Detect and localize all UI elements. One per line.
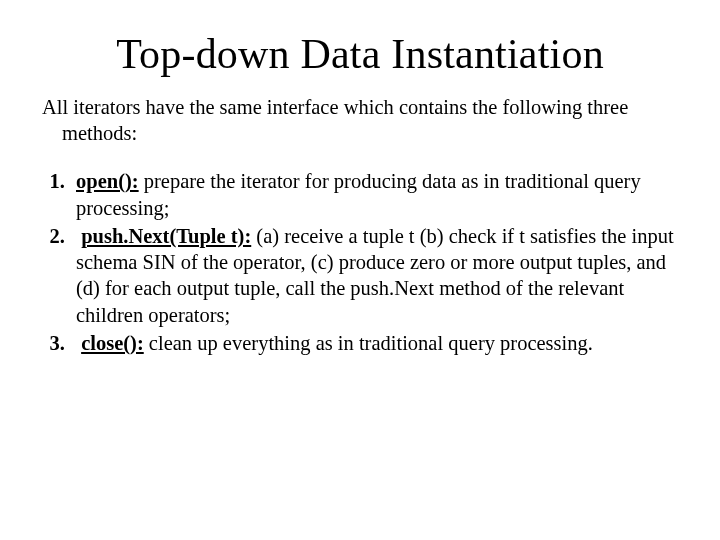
method-label-text: close(): [81, 332, 144, 354]
method-label: open(): [76, 170, 139, 192]
slide: Top-down Data Instantiation All iterator… [0, 0, 720, 540]
intro-text-span: All iterators have the same interface wh… [42, 94, 680, 146]
method-desc: prepare the iterator for producing data … [76, 170, 641, 218]
method-desc: clean up everything as in traditional qu… [144, 332, 593, 354]
method-label-text: open(): [76, 170, 139, 192]
list-item: close(): clean up everything as in tradi… [70, 330, 680, 356]
method-label: push.Next(Tuple t): [81, 225, 251, 247]
intro-text: All iterators have the same interface wh… [40, 94, 680, 146]
list-item: open(): prepare the iterator for produci… [70, 168, 680, 220]
methods-list: open(): prepare the iterator for produci… [40, 168, 680, 356]
list-item: push.Next(Tuple t): (a) receive a tuple … [70, 223, 680, 328]
method-label-text: push.Next(Tuple t): [81, 225, 251, 247]
slide-title: Top-down Data Instantiation [40, 30, 680, 78]
method-label: close(): [81, 332, 144, 354]
